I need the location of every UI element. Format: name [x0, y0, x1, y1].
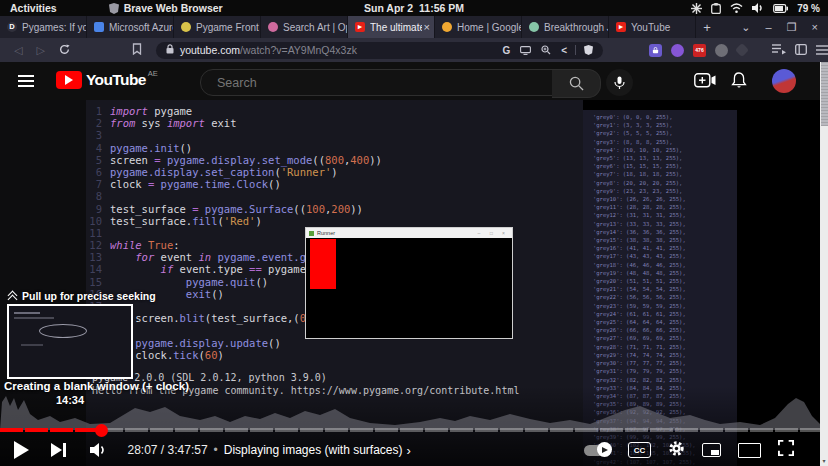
art-palette-icon [268, 22, 278, 32]
progress-bar[interactable] [0, 428, 820, 432]
browser-tab[interactable]: Microsoft Azure [87, 16, 174, 38]
zoom-in-icon[interactable] [541, 45, 551, 55]
brave-shield-icon[interactable] [584, 45, 593, 55]
reload-icon[interactable] [59, 44, 70, 57]
video-player[interactable]: 1import pygame2from sys import exit34pyg… [0, 100, 820, 466]
browser-tab[interactable]: Breakthrough J [522, 16, 609, 38]
minimize-icon[interactable]: – [766, 22, 772, 33]
tab-close-icon[interactable]: × [424, 21, 430, 33]
guide-burger-icon[interactable] [18, 75, 34, 87]
mic-icon [614, 76, 625, 90]
volume-button[interactable] [90, 443, 110, 457]
red-surface [310, 239, 336, 289]
code-line: 2from sys import exit [88, 117, 382, 129]
browser-tab[interactable]: DPygames: If you [0, 16, 87, 38]
color-entry: 'grey18': (46, 46, 46, 255), [583, 261, 737, 269]
settings-button[interactable] [668, 440, 685, 461]
theater-button[interactable] [738, 443, 761, 458]
current-chapter[interactable]: Displaying images (with surfaces) [224, 443, 403, 457]
gear-icon [668, 440, 685, 457]
send-to-device-icon[interactable] [520, 46, 531, 55]
tab-search-icon[interactable]: ⌄ [741, 22, 750, 33]
create-button[interactable] [694, 73, 716, 88]
browser-tab[interactable]: Search Art | Ope [261, 16, 348, 38]
counter-extension-icon[interactable]: 476 [693, 44, 706, 57]
pygame-window-icon [309, 231, 314, 236]
page-scrollbar[interactable]: ▾ [820, 62, 828, 466]
dark-extension-icon[interactable] [735, 43, 749, 57]
color-entry: 'grey2': (5, 5, 5, 255), [583, 129, 737, 137]
color-entry: 'grey23': (59, 59, 59, 255), [583, 302, 737, 310]
google-icon[interactable]: G [502, 45, 510, 56]
search-icon [569, 76, 584, 91]
progress-played [0, 428, 101, 432]
fullscreen-button[interactable] [778, 440, 794, 460]
pygame-window-buttons: – □ × [478, 230, 510, 236]
color-entry: 'grey5': (13, 13, 13, 255), [583, 154, 737, 162]
youtube-logo[interactable]: YouTube AE [56, 71, 158, 89]
playlist-icon[interactable] [772, 41, 786, 59]
color-entry: 'grey19': (48, 48, 48, 255), [583, 269, 737, 277]
tab-title: The ultimate [370, 22, 422, 33]
pygame-window: Runner – □ × [305, 227, 513, 339]
search-input[interactable] [215, 75, 519, 91]
color-entry: 'grey1': (3, 3, 3, 255), [583, 121, 737, 129]
browser-tab[interactable]: ▸The ultimate× [348, 16, 435, 38]
seek-hint: Pull up for precise seeking [8, 290, 156, 302]
url-path: /watch?v=AY9MnQ4x3zk [240, 44, 357, 56]
captions-button[interactable]: CC [628, 442, 651, 458]
color-entry: 'grey31': (79, 79, 79, 255), [583, 367, 737, 375]
color-entry: 'grey12': (31, 31, 31, 255), [583, 211, 737, 219]
avatar[interactable] [772, 69, 796, 93]
bookmark-icon[interactable] [132, 43, 142, 57]
share-icon[interactable]: < [561, 45, 567, 56]
browser-tab[interactable]: Pygame Front P [174, 16, 261, 38]
color-entry: 'grey6': (15, 15, 15, 255), [583, 162, 737, 170]
color-entry: 'grey22': (56, 56, 56, 255), [583, 293, 737, 301]
mic-button[interactable] [606, 69, 633, 96]
battery-icon [773, 4, 788, 13]
scrollbar-thumb[interactable] [821, 62, 828, 126]
system-tray[interactable]: 79 % [691, 3, 820, 14]
code-line: 7clock = pygame.time.Clock() [88, 178, 382, 190]
code-line: 8 [88, 190, 382, 202]
next-button[interactable] [51, 443, 66, 457]
chapter-chevron-icon[interactable]: › [407, 443, 411, 458]
forward-icon[interactable]: ▷ [36, 44, 44, 57]
purple-extension-icon[interactable] [671, 44, 684, 57]
muted-extension-icon[interactable] [715, 44, 728, 57]
color-entry: 'grey0': (0, 0, 0, 255), [583, 113, 737, 121]
color-entry: 'grey20': (51, 51, 51, 255), [583, 277, 737, 285]
browser-tab[interactable]: ▸YouTube [609, 16, 696, 38]
color-entry: 'grey28': (71, 71, 71, 255), [583, 343, 737, 351]
clipboard-icon [711, 3, 721, 14]
password-extension-icon[interactable] [649, 44, 662, 57]
notifications-button[interactable] [731, 72, 747, 89]
youtube-icon: ▸ [616, 22, 626, 32]
tab-title: Breakthrough J [544, 22, 608, 33]
new-tab-button[interactable]: + [696, 16, 718, 38]
scrollbar-down-arrow[interactable]: ▾ [820, 456, 828, 466]
restore-icon[interactable]: ❐ [787, 22, 797, 33]
address-bar[interactable]: youtube.com/watch?v=AY9MnQ4x3zk G < [156, 42, 603, 59]
color-entry: 'grey11': (28, 28, 28, 255), [583, 203, 737, 211]
color-entry: 'grey3': (8, 8, 8, 255), [583, 138, 737, 146]
fullscreen-icon [778, 440, 794, 456]
search-button[interactable] [552, 69, 601, 98]
menu-icon[interactable] [816, 41, 828, 59]
autoplay-toggle[interactable] [584, 445, 611, 456]
color-entry: 'grey30': (77, 77, 77, 255), [583, 359, 737, 367]
back-icon[interactable]: ◁ [14, 44, 22, 57]
miniplayer-button[interactable] [702, 443, 721, 457]
browser-tab[interactable]: Home | Google [435, 16, 522, 38]
youtube-play-icon [56, 71, 82, 89]
search-box[interactable] [200, 69, 554, 96]
sidebar-icon[interactable] [795, 41, 807, 59]
color-entry: 'grey8': (20, 20, 20, 255), [583, 179, 737, 187]
system-top-bar: Activities Brave Web Browser Sun Apr 2 1… [0, 0, 828, 16]
youtube-masthead: YouTube AE [0, 62, 820, 100]
color-entry: 'grey15': (38, 38, 38, 255), [583, 236, 737, 244]
close-icon[interactable]: × [812, 22, 818, 33]
progress-track[interactable] [0, 428, 820, 432]
play-button[interactable] [14, 441, 29, 459]
